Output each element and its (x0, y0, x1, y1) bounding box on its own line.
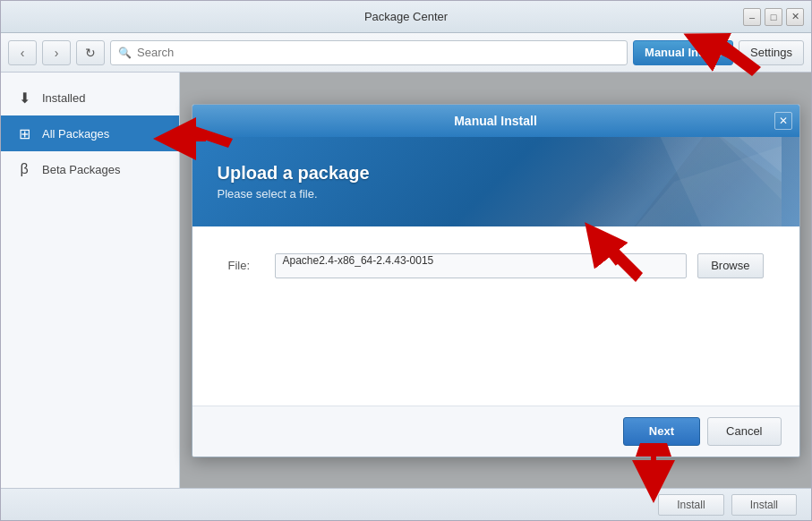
modal-titlebar: Manual Install ✕ (192, 105, 799, 137)
modal-body: File: Apache2.4-x86_64-2.4.43-0015 Brows… (192, 226, 799, 406)
modal-title: Manual Install (454, 114, 537, 128)
back-button[interactable]: ‹ (8, 40, 37, 65)
sidebar-label-installed: Installed (42, 91, 85, 105)
all-packages-icon: ⊞ (15, 124, 33, 142)
browse-button[interactable]: Browse (697, 253, 763, 278)
maximize-button[interactable]: □ (765, 8, 782, 26)
window-title: Package Center (364, 10, 448, 23)
upload-title: Upload a package (218, 163, 774, 184)
manual-install-button[interactable]: Manual Install (633, 40, 733, 65)
modal-overlay: Manual Install ✕ Upload a package (180, 73, 811, 488)
window-controls: – □ ✕ (743, 8, 804, 26)
main-window: Package Center – □ ✕ ‹ › ↻ 🔍 Manual Inst… (0, 0, 812, 521)
file-input-display: Apache2.4-x86_64-2.4.43-0015 (275, 253, 688, 278)
forward-button[interactable]: › (42, 40, 71, 65)
toolbar: ‹ › ↻ 🔍 Manual Install Settings (1, 33, 811, 73)
minimize-button[interactable]: – (743, 8, 761, 26)
title-bar: Package Center – □ ✕ (1, 1, 811, 33)
sidebar: ⬇ Installed ⊞ All Packages β Beta Packag… (1, 73, 180, 488)
content-area: ⬇ Installed ⊞ All Packages β Beta Packag… (1, 73, 811, 488)
modal-header-band: Upload a package Please select a file. (192, 137, 799, 226)
bottom-bar: Install Install (1, 488, 811, 520)
bottom-install-button-1[interactable]: Install (658, 494, 723, 516)
sidebar-item-installed[interactable]: ⬇ Installed (1, 80, 179, 115)
sidebar-label-beta-packages: Beta Packages (42, 163, 120, 176)
sidebar-item-beta-packages[interactable]: β Beta Packages (1, 151, 179, 187)
search-input[interactable] (137, 46, 620, 59)
modal-footer: Next Cancel (192, 406, 799, 457)
next-button[interactable]: Next (623, 417, 700, 446)
sidebar-item-all-packages[interactable]: ⊞ All Packages (1, 115, 179, 151)
modal-close-button[interactable]: ✕ (774, 112, 792, 130)
close-button[interactable]: ✕ (786, 8, 804, 26)
cancel-button[interactable]: Cancel (707, 417, 781, 446)
upload-subtitle: Please select a file. (218, 187, 774, 201)
manual-install-modal: Manual Install ✕ Upload a package (192, 104, 800, 457)
file-label: File: (228, 259, 264, 272)
beta-packages-icon: β (15, 160, 33, 178)
sidebar-label-all-packages: All Packages (42, 127, 109, 141)
installed-icon: ⬇ (15, 89, 33, 107)
file-row: File: Apache2.4-x86_64-2.4.43-0015 Brows… (228, 253, 764, 278)
main-content: Manual Install ✕ Upload a package (180, 73, 811, 488)
bottom-install-button-2[interactable]: Install (731, 494, 797, 516)
settings-button[interactable]: Settings (739, 40, 804, 65)
svg-marker-2 (620, 146, 782, 226)
search-box: 🔍 (110, 40, 628, 65)
search-icon: 🔍 (118, 47, 132, 59)
refresh-button[interactable]: ↻ (76, 40, 105, 65)
